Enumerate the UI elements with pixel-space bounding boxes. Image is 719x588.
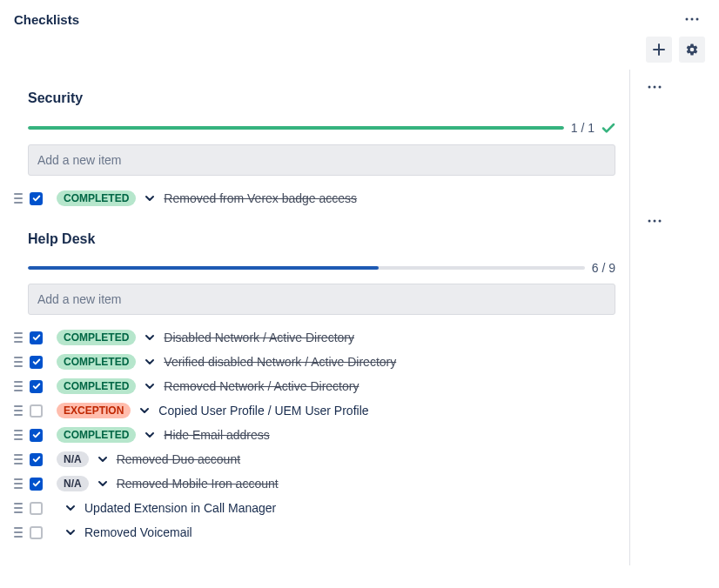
svg-point-3 — [648, 86, 651, 89]
item-checkbox[interactable] — [30, 404, 43, 418]
status-pill-completed[interactable]: COMPLETED — [57, 330, 136, 345]
drag-handle-icon[interactable] — [14, 454, 23, 464]
item-checkbox[interactable] — [30, 453, 43, 466]
item-text[interactable]: Verified disabled Network / Active Direc… — [164, 355, 396, 369]
item-text[interactable]: Disabled Network / Active Directory — [164, 331, 354, 344]
svg-point-2 — [696, 18, 699, 21]
item-text[interactable]: Removed Voicemail — [84, 525, 192, 539]
panel-title: Checklists — [14, 12, 79, 27]
svg-point-1 — [691, 18, 694, 21]
settings-button[interactable] — [679, 37, 705, 63]
progress-text: 1 / 1 — [571, 121, 595, 135]
status-pill-completed[interactable]: COMPLETED — [57, 427, 136, 443]
checklist-item: COMPLETEDHide Email address — [14, 423, 615, 447]
checklist-item: Removed Voicemail — [14, 520, 615, 545]
chevron-down-icon[interactable] — [144, 357, 155, 367]
item-checkbox[interactable] — [30, 192, 43, 205]
item-text[interactable]: Removed Mobile Iron account — [117, 477, 279, 491]
checklist-item: N/ARemoved Duo account — [14, 447, 615, 471]
chevron-down-icon[interactable] — [97, 454, 108, 464]
item-text[interactable]: Removed Network / Active Directory — [164, 379, 359, 393]
item-text[interactable]: Updated Extension in Call Manager — [84, 501, 276, 515]
progress-bar — [28, 266, 585, 270]
svg-point-0 — [686, 18, 689, 21]
add-item-input[interactable] — [28, 144, 615, 176]
progress-complete-icon — [601, 120, 615, 136]
chevron-down-icon[interactable] — [144, 332, 155, 343]
add-item-input[interactable] — [28, 284, 615, 315]
item-text[interactable]: Copied User Profile / UEM User Profile — [158, 404, 368, 418]
status-pill-completed[interactable]: COMPLETED — [57, 378, 136, 394]
status-pill-completed[interactable]: COMPLETED — [57, 354, 136, 370]
add-checklist-button[interactable] — [646, 37, 672, 63]
drag-handle-icon[interactable] — [14, 405, 23, 416]
checklist-item: Updated Extension in Call Manager — [14, 496, 615, 520]
item-checkbox[interactable] — [30, 502, 43, 515]
svg-point-7 — [654, 220, 656, 223]
group-more-button[interactable] — [644, 210, 665, 231]
status-pill-na[interactable]: N/A — [57, 476, 89, 491]
group-title: Help Desk — [28, 231, 615, 247]
item-checkbox[interactable] — [30, 478, 43, 491]
chevron-down-icon[interactable] — [144, 193, 155, 204]
checklist-item: COMPLETEDVerified disabled Network / Act… — [14, 350, 615, 374]
status-pill-completed[interactable]: COMPLETED — [57, 190, 136, 206]
progress-bar — [28, 126, 564, 130]
chevron-down-icon[interactable] — [65, 503, 76, 513]
progress-text: 6 / 9 — [592, 261, 615, 275]
drag-handle-icon[interactable] — [14, 332, 23, 343]
item-checkbox[interactable] — [30, 356, 43, 369]
item-text[interactable]: Removed from Verex badge access — [164, 191, 357, 205]
drag-handle-icon[interactable] — [14, 503, 23, 513]
drag-handle-icon[interactable] — [14, 193, 23, 204]
drag-handle-icon[interactable] — [14, 430, 23, 440]
svg-point-5 — [659, 86, 662, 89]
chevron-down-icon[interactable] — [65, 527, 76, 538]
svg-point-8 — [659, 220, 662, 223]
checklist-item: EXCEPTIONCopied User Profile / UEM User … — [14, 398, 615, 423]
item-text[interactable]: Removed Duo account — [117, 452, 240, 466]
item-checkbox[interactable] — [30, 526, 43, 539]
svg-point-4 — [654, 86, 656, 89]
chevron-down-icon[interactable] — [144, 381, 155, 391]
drag-handle-icon[interactable] — [14, 527, 23, 538]
status-pill-na[interactable]: N/A — [57, 451, 89, 467]
group-more-button[interactable] — [644, 77, 665, 97]
chevron-down-icon[interactable] — [139, 405, 150, 416]
more-icon — [685, 17, 699, 21]
checklist-item: COMPLETEDDisabled Network / Active Direc… — [14, 325, 615, 350]
gear-icon — [685, 43, 699, 57]
drag-handle-icon[interactable] — [14, 381, 23, 391]
svg-point-6 — [648, 220, 651, 223]
item-checkbox[interactable] — [30, 331, 43, 344]
chevron-down-icon[interactable] — [144, 430, 155, 440]
checklist-item: COMPLETEDRemoved Network / Active Direct… — [14, 374, 615, 398]
drag-handle-icon[interactable] — [14, 478, 23, 489]
panel-more-button[interactable] — [679, 6, 705, 32]
checklist-item: COMPLETEDRemoved from Verex badge access — [14, 186, 615, 210]
checklist-item: N/ARemoved Mobile Iron account — [14, 471, 615, 496]
drag-handle-icon[interactable] — [14, 357, 23, 367]
item-checkbox[interactable] — [30, 380, 43, 393]
status-pill-exception[interactable]: EXCEPTION — [57, 403, 131, 418]
item-checkbox[interactable] — [30, 429, 43, 442]
chevron-down-icon[interactable] — [97, 478, 108, 489]
group-title: Security — [28, 90, 615, 106]
item-text[interactable]: Hide Email address — [164, 428, 269, 442]
plus-icon — [653, 43, 665, 56]
